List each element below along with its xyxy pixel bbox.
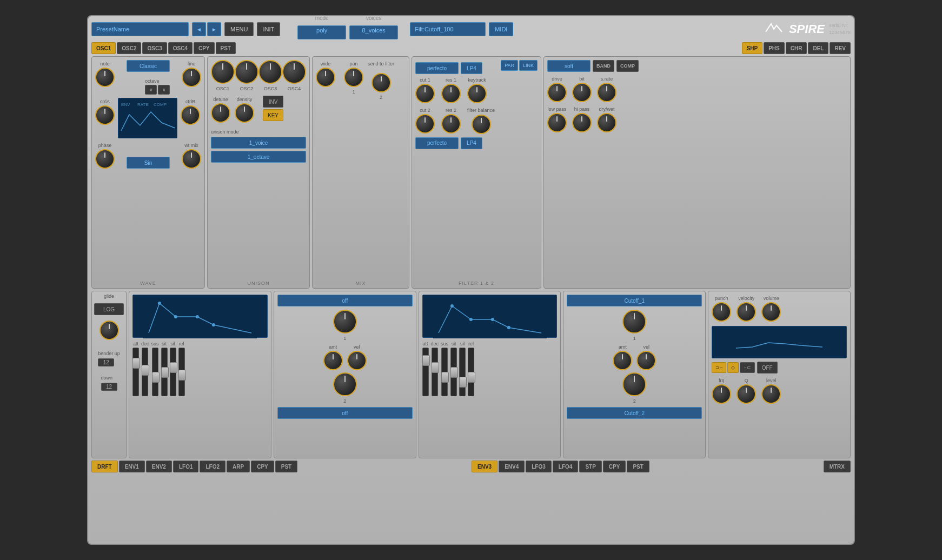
bit-knob[interactable]	[572, 83, 592, 102]
sit3-fader[interactable]	[450, 348, 457, 396]
cpy-right-tab[interactable]: CPY	[603, 461, 626, 472]
stp-tab[interactable]: STP	[579, 461, 601, 472]
att1-fader[interactable]	[132, 348, 139, 396]
sus3-fader[interactable]	[441, 348, 448, 396]
wide-knob[interactable]	[316, 68, 335, 87]
filter2-mode-display[interactable]: LP4	[461, 137, 482, 149]
srate-knob[interactable]	[597, 83, 616, 102]
preset-next-button[interactable]: ►	[207, 22, 221, 36]
mtrx-tab[interactable]: MTRX	[824, 461, 851, 472]
ctrlb-knob[interactable]	[181, 105, 200, 125]
low-pass-knob[interactable]	[547, 113, 567, 132]
comp-button[interactable]: COMP	[616, 60, 639, 72]
amt1-knob[interactable]	[323, 351, 343, 370]
init-button[interactable]: INIT	[257, 22, 280, 36]
menu-button[interactable]: MENU	[224, 22, 254, 36]
eq-peak-btn[interactable]: ◇	[727, 362, 739, 373]
dry-wet-knob[interactable]	[597, 113, 616, 132]
rel3-fader[interactable]	[468, 348, 474, 396]
pst-bottom-tab[interactable]: PST	[275, 461, 297, 472]
punch-knob[interactable]	[712, 302, 731, 322]
tab-osc1[interactable]: OSC1	[91, 42, 116, 54]
env4-tab[interactable]: ENV4	[499, 461, 525, 472]
density-knob[interactable]	[235, 103, 254, 123]
link-button[interactable]: LINK	[519, 60, 538, 71]
dec3-fader[interactable]	[432, 348, 438, 396]
unison-mode-display[interactable]: 1_voice	[211, 137, 306, 149]
tab-osc3[interactable]: OSC3	[142, 42, 167, 54]
q-knob[interactable]	[737, 384, 756, 404]
arp-tab[interactable]: ARP	[227, 461, 250, 472]
filter1-type-display[interactable]: perfecto	[415, 62, 459, 74]
env2-tab[interactable]: ENV2	[146, 461, 172, 472]
fx-tab-phs[interactable]: PHS	[764, 42, 785, 54]
lfo3-knob1[interactable]	[622, 310, 646, 334]
fx-tab-del[interactable]: DEL	[808, 42, 828, 54]
drive-knob[interactable]	[547, 83, 567, 102]
bender-down-value[interactable]: 12	[101, 383, 117, 391]
lfo1-knob1[interactable]	[333, 310, 357, 334]
vel1-knob[interactable]	[347, 351, 367, 370]
osc4-mix-knob[interactable]	[282, 60, 306, 84]
lfo3-tab[interactable]: LFO3	[526, 461, 552, 472]
env3-tab[interactable]: ENV3	[472, 461, 497, 472]
oct-down-btn[interactable]: ∨	[145, 85, 157, 95]
wt-mix-knob[interactable]	[182, 149, 201, 169]
log-button[interactable]: LOG	[94, 303, 124, 315]
inv-button[interactable]: INV	[263, 96, 283, 108]
detune-knob[interactable]	[211, 103, 230, 123]
eq-off-button[interactable]: OFF	[757, 362, 778, 374]
fx-tab-shp[interactable]: SHP	[742, 42, 763, 54]
tab-cpy-osc[interactable]: CPY	[194, 42, 215, 54]
res1-knob[interactable]	[441, 84, 461, 103]
tab-osc2[interactable]: OSC2	[117, 42, 141, 54]
oct-up-btn[interactable]: ∧	[158, 85, 170, 95]
ctrla-knob[interactable]	[95, 105, 115, 125]
sil3-fader[interactable]	[459, 348, 466, 396]
lfo4-tab[interactable]: LFO4	[553, 461, 579, 472]
vel3-knob[interactable]	[636, 351, 656, 370]
sil1-fader[interactable]	[170, 348, 176, 396]
velocity-knob[interactable]	[737, 302, 756, 322]
pan-knob[interactable]	[344, 68, 363, 87]
cutoff1-display[interactable]: Cutoff_1	[567, 295, 702, 306]
hi-pass-knob[interactable]	[572, 113, 592, 132]
volume-knob[interactable]	[761, 302, 781, 322]
phase-knob[interactable]	[95, 149, 115, 169]
cut1-knob[interactable]	[415, 84, 435, 103]
lfo1-tab[interactable]: LFO1	[173, 461, 199, 472]
dec1-fader[interactable]	[142, 348, 148, 396]
fine-knob[interactable]	[182, 68, 201, 87]
cutoff2-display[interactable]: Cutoff_2	[567, 407, 702, 419]
rel1-fader[interactable]	[178, 348, 185, 396]
bender-up-value[interactable]: 12	[98, 358, 114, 366]
cpy-bottom-tab[interactable]: CPY	[251, 461, 274, 472]
lfo3-knob2[interactable]	[622, 372, 646, 396]
pitch-display[interactable]: Filt:Cutoff_100	[410, 22, 486, 36]
osc1-mix-knob[interactable]	[211, 60, 235, 84]
lfo2-tab[interactable]: LFO2	[200, 461, 225, 472]
amt3-knob[interactable]	[613, 351, 632, 370]
waveform-display[interactable]: Classic	[127, 60, 170, 72]
sus1-fader[interactable]	[152, 348, 158, 396]
filter1-mode-display[interactable]: LP4	[461, 62, 482, 74]
osc3-mix-knob[interactable]	[258, 60, 282, 84]
keytrack-knob[interactable]	[467, 84, 487, 103]
fx-tab-rev[interactable]: REV	[830, 42, 851, 54]
mode-display[interactable]: poly	[297, 25, 346, 39]
lfo1-off2-display[interactable]: off	[277, 407, 413, 419]
glide-knob[interactable]	[99, 321, 119, 340]
pst-right-tab[interactable]: PST	[627, 461, 649, 472]
lfo1-knob2[interactable]	[333, 372, 357, 396]
cut2-knob[interactable]	[415, 114, 435, 134]
tab-pst-osc[interactable]: PST	[216, 42, 236, 54]
filter-balance-knob[interactable]	[472, 115, 491, 134]
key-button[interactable]: KEY	[263, 109, 283, 121]
midi-button[interactable]: MIDI	[489, 22, 513, 36]
note-knob[interactable]	[95, 68, 115, 87]
preset-prev-button[interactable]: ◄	[192, 22, 206, 36]
drft-tab[interactable]: DRFT	[91, 461, 118, 472]
sin-display[interactable]: Sin	[127, 157, 170, 169]
fx-mode-display[interactable]: soft	[547, 60, 591, 72]
level-knob[interactable]	[761, 384, 781, 404]
